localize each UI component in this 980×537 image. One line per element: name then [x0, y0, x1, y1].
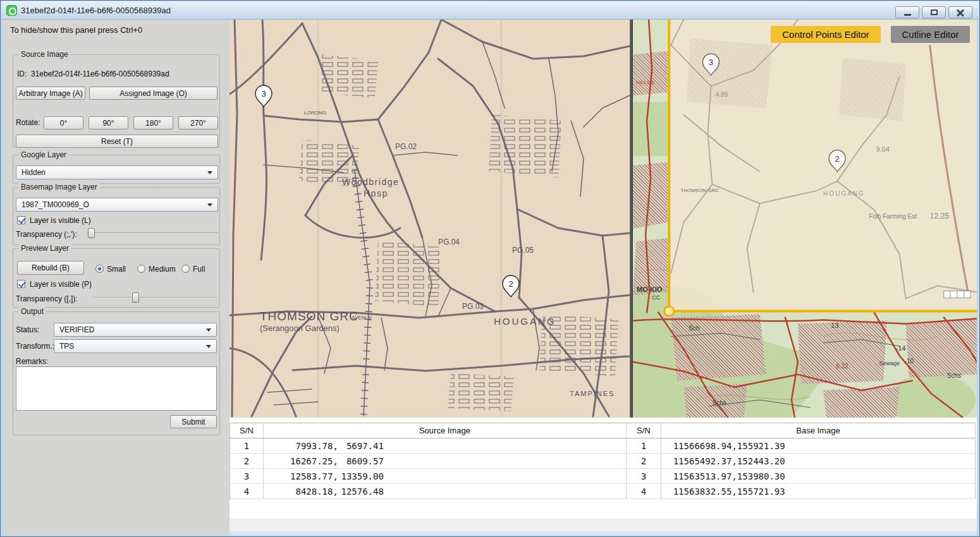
size-radio-small[interactable] [95, 265, 104, 273]
map-label: 13 [831, 322, 838, 329]
settings-panel: To hide/show this panel press Ctrl+0 Sou… [4, 20, 230, 535]
group-title-preview-layer: Preview Layer [18, 244, 71, 253]
assigned-image-button[interactable]: Assigned Image (O) [89, 87, 217, 100]
slider-thumb[interactable] [88, 228, 95, 238]
base-coord-cell: 11563832.55,155721.93 [661, 484, 975, 498]
size-radio-full-label: Full [193, 265, 205, 274]
source-coord-cell: 12583.77,13359.00 [264, 469, 627, 483]
google-layer-select[interactable]: Hidden [16, 166, 218, 179]
basemap-visible-checkbox[interactable] [17, 216, 25, 224]
basemap-layer-select[interactable]: 1987_TM000969_O [16, 198, 218, 212]
id-label: ID: [17, 69, 27, 78]
base-coord-cell: 11563513.97,153980.30 [661, 469, 975, 483]
map-label: LORONG [304, 110, 326, 116]
map-label: THOMSON GRC [680, 188, 719, 193]
remarks-input[interactable] [16, 366, 217, 411]
maximize-icon [931, 9, 938, 15]
sn-cell: 1 [627, 438, 661, 453]
control-points-editor-button[interactable]: Control Points Editor [771, 26, 881, 43]
submit-button[interactable]: Submit [170, 415, 217, 428]
map-label: PG.05 [512, 246, 534, 255]
status-select[interactable]: VERIFIED [54, 323, 217, 337]
group-title-google-layer: Google Layer [18, 150, 69, 159]
output-group: Output Status: VERIFIED Transform.: TPS … [13, 311, 220, 435]
close-button[interactable] [948, 6, 972, 18]
group-title-source-image: Source Image [18, 50, 71, 59]
table-header-row: S/N Source Image S/N Base Image [230, 423, 975, 438]
header-source: Source Image [264, 423, 627, 438]
map-label: Schs [712, 399, 726, 406]
sn-cell: 1 [230, 438, 264, 453]
maximize-button[interactable] [922, 6, 946, 18]
transform-value: TPS [59, 342, 74, 351]
rotate-0-button[interactable]: 0° [44, 116, 83, 130]
control-points-table: S/N Source Image S/N Base Image 1 7993.7… [230, 423, 976, 499]
source-coord-cell: 7993.78,5697.41 [264, 438, 627, 453]
rotate-270-button[interactable]: 270° [178, 116, 218, 130]
source-map-pane[interactable]: Woodbridge Hosp PG.02 PG.04 PG.05 PG.03 … [230, 20, 630, 418]
map-label: PG.02 [395, 142, 417, 151]
basemap-layer-group: Basemap Image Layer 1987_TM000969_O Laye… [13, 187, 220, 245]
map-label: Sewage [879, 360, 900, 366]
map-label: PG.03 [462, 302, 484, 311]
transform-label: Transform.: [16, 342, 54, 351]
map-label: Schs [947, 372, 961, 379]
reset-button[interactable]: Reset (T) [16, 135, 218, 148]
map-label: THOMSON GRC [260, 310, 358, 323]
size-radio-full[interactable] [181, 265, 190, 273]
cutline-vertex-handle[interactable] [665, 306, 674, 316]
slider-thumb[interactable] [132, 293, 139, 303]
size-radio-medium[interactable] [137, 265, 145, 273]
google-layer-group: Google Layer Hidden [13, 155, 220, 184]
source-image-group: Source Image ID: 31ebef2d-014f-11e6-b6f6… [13, 54, 220, 148]
arbitrary-image-button[interactable]: Arbitrary Image (A) [16, 87, 85, 100]
sn-cell: 3 [627, 469, 661, 483]
cutline-editor-button[interactable]: Cutline Editor [891, 26, 970, 43]
transform-select[interactable]: TPS [54, 339, 217, 353]
table-row[interactable]: 1 7993.78,5697.41 1 11566698.94,155921.3… [230, 438, 975, 454]
minimize-button[interactable] [895, 6, 919, 18]
map-label: Woodbridge [342, 177, 399, 187]
map-label: 12.25 [930, 212, 949, 220]
group-title-basemap-layer: Basemap Image Layer [18, 183, 100, 191]
sn-cell: 4 [627, 484, 661, 498]
source-image-id: 31ebef2d-014f-11e6-b6f6-0050568939ad [31, 69, 169, 78]
map-label: HOUGANG [494, 316, 556, 327]
control-points-table-area: S/N Source Image S/N Base Image 1 7993.7… [230, 418, 977, 535]
table-row[interactable]: 3 12583.77,13359.00 3 11563513.97,153980… [230, 469, 975, 484]
source-coord-cell: 16267.25,8609.57 [264, 454, 627, 468]
basemap-transparency-slider[interactable] [87, 228, 217, 238]
rotate-180-button[interactable]: 180° [133, 116, 173, 130]
map-label: MO KIO [637, 286, 663, 293]
preview-visible-checkbox[interactable] [17, 280, 25, 288]
map-label: Fish Farming Est [869, 213, 917, 220]
preview-transparency-slider[interactable] [93, 293, 217, 303]
map-label: Sch [689, 325, 699, 332]
size-radio-small-label: Small [107, 265, 126, 274]
marker-number: 2 [835, 154, 840, 164]
chevron-down-icon [207, 171, 212, 174]
google-layer-value: Hidden [21, 168, 46, 177]
map-label: 6.32 [836, 363, 848, 370]
map-label: Hosp [364, 188, 388, 198]
base-map-pane[interactable]: THOMSON GRC HOUGANG MO KIO CC Sch Schs S… [633, 20, 977, 418]
marker-number: 3 [709, 57, 713, 67]
base-coord-cell: 11565492.37,152443.20 [661, 454, 975, 468]
rotate-90-button[interactable]: 90° [89, 116, 128, 130]
preview-visible-label: Layer is visible (P) [30, 280, 92, 289]
status-value: VERIFIED [59, 325, 94, 334]
slider-track [93, 297, 217, 298]
map-label: TAMPINES [570, 390, 615, 397]
minimize-icon [904, 14, 911, 16]
basemap-visible-label: Layer is visible (L) [30, 216, 91, 225]
preview-transparency-label: Transparency ([,]): [16, 294, 78, 303]
header-sn: S/N [230, 423, 264, 438]
group-title-output: Output [18, 307, 46, 316]
map-label: CC [652, 294, 661, 301]
sn-cell: 3 [230, 469, 264, 483]
sn-cell: 2 [627, 454, 661, 468]
rebuild-button[interactable]: Rebuild (B) [17, 261, 84, 275]
table-row[interactable]: 2 16267.25,8609.57 2 11565492.37,152443.… [230, 454, 975, 469]
table-row[interactable]: 4 8428.18,12576.48 4 11563832.55,155721.… [230, 484, 975, 499]
titlebar[interactable]: 31ebef2d-014f-11e6-b6f6-0050568939ad [1, 1, 979, 20]
